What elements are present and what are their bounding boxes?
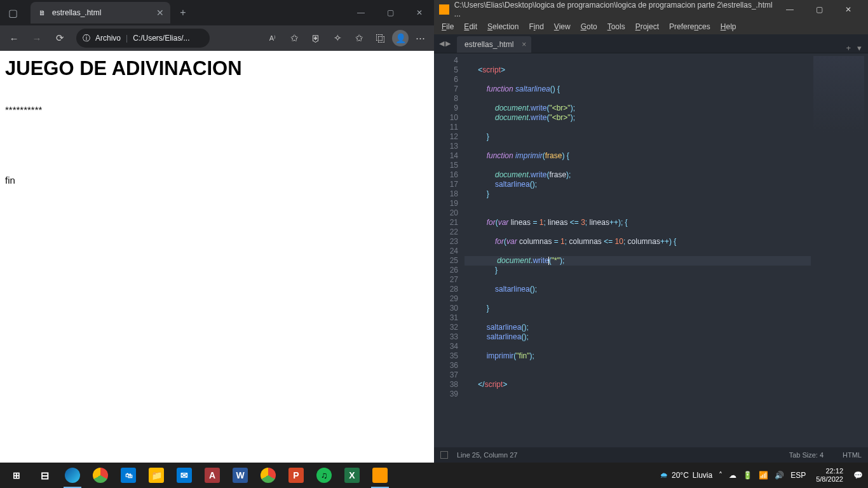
new-file-icon[interactable]: + [846,43,851,53]
maximize-button[interactable]: ▢ [376,0,405,25]
tray-icons: ☁ 🔋 📶 🔊 [729,471,784,480]
browser-tab[interactable]: 🗎 estrellas_.html ✕ [31,2,170,24]
url-bar[interactable]: ⓘ Archivo | C:/Users/Elias/... [76,29,210,48]
minimap[interactable] [811,53,868,447]
fin-output: fin [5,175,429,186]
explorer-icon[interactable]: 📁 [142,463,170,488]
menu-goto[interactable]: Goto [576,22,602,31]
onedrive-icon[interactable]: ☁ [729,471,736,480]
weather-widget[interactable]: 🌧 20°C Lluvia [660,471,712,480]
new-tab-button[interactable]: + [174,4,192,22]
line-gutter: 4567891011121314151617181920212223242526… [434,53,465,447]
task-view-icon[interactable]: ⊟ [31,463,58,488]
menu-help[interactable]: Help [715,22,742,31]
menu-selection[interactable]: Selection [482,22,524,31]
volume-icon[interactable]: 🔊 [775,471,784,480]
editor-menubar: File Edit Selection Find View Goto Tools… [434,19,868,34]
spotify-icon[interactable]: ♫ [310,463,338,488]
reload-button[interactable]: ⟳ [50,28,70,48]
close-window-button[interactable]: ✕ [405,0,434,25]
wifi-icon[interactable]: 📶 [759,471,768,480]
nav-back-icon[interactable]: ◀ [439,39,444,48]
url-scheme: Archivo [95,34,121,43]
menu-tools[interactable]: Tools [602,22,630,31]
page-heading: JUEGO DE ADIVINACION [5,57,429,80]
favorite-icon[interactable]: ✩ [284,28,304,48]
browser-content: JUEGO DE ADIVINACION ********** fin [0,51,434,463]
weather-icon: 🌧 [660,471,668,480]
menu-preferences[interactable]: Preferences [664,22,715,31]
start-button[interactable]: ⊞ [3,463,31,488]
stars-output: ********** [5,104,429,115]
close-tab-icon[interactable]: ✕ [156,8,164,18]
menu-project[interactable]: Project [630,22,664,31]
clock-date: 5/8/2022 [816,475,843,484]
nav-fwd-icon[interactable]: ▶ [445,39,451,48]
browser-toolbar: ← → ⟳ ⓘ Archivo | C:/Users/Elias/... A⁾ … [0,25,434,51]
battery-icon[interactable]: 🔋 [743,471,752,480]
store-icon[interactable]: 🛍 [114,463,142,488]
extensions-icon[interactable]: ✧ [327,28,348,48]
notifications-icon[interactable]: 💬 [853,471,863,480]
editor-tab-label: estrellas_.html [465,40,513,49]
tab-dropdown-icon[interactable]: ▾ [857,43,862,53]
back-button[interactable]: ← [4,28,24,48]
minimize-button[interactable]: ― [346,0,376,25]
clock-time: 22:12 [816,467,843,475]
language-indicator[interactable]: ESP [790,471,806,480]
menu-view[interactable]: View [549,22,576,31]
editor-close[interactable]: ✕ [834,0,863,19]
editor-title: C:\Users\Elias\Desktop\logica de program… [454,1,775,18]
editor-titlebar: C:\Users\Elias\Desktop\logica de program… [434,0,868,19]
tray-chevron-icon[interactable]: ˄ [719,471,722,480]
status-tabsize[interactable]: Tab Size: 4 [789,451,824,459]
editor-statusbar: Line 25, Column 27 Tab Size: 4 HTML [434,447,868,463]
chrome-icon[interactable] [86,463,114,488]
menu-edit[interactable]: Edit [459,22,482,31]
status-position: Line 25, Column 27 [457,451,517,459]
status-language[interactable]: HTML [843,451,862,459]
editor-window: C:\Users\Elias\Desktop\logica de program… [434,0,868,463]
sublime-taskbar-icon[interactable] [366,463,394,488]
word-icon[interactable]: W [226,463,254,488]
weather-desc: Lluvia [693,471,712,480]
file-icon: 🗎 [37,8,47,18]
favorites-bar-icon[interactable]: ✩ [349,28,369,48]
menu-find[interactable]: Find [524,22,548,31]
browser-window: ▢ 🗎 estrellas_.html ✕ + ― ▢ ✕ ← → ⟳ ⓘ Ar… [0,0,434,463]
editor-maximize[interactable]: ▢ [804,0,834,19]
tab-actions-icon[interactable]: ▢ [0,0,25,25]
weather-temp: 20°C [672,471,689,480]
editor-tabs: ◀ ▶ estrellas_.html × + ▾ [434,34,868,53]
status-checkbox[interactable] [440,451,448,459]
clock[interactable]: 22:12 5/8/2022 [812,467,847,484]
url-separator: | [126,34,128,43]
browser-titlebar: ▢ 🗎 estrellas_.html ✕ + ― ▢ ✕ [0,0,434,25]
editor-file-tab[interactable]: estrellas_.html × [457,36,531,53]
shield-icon[interactable]: ⛨ [306,28,326,48]
menu-button[interactable]: ⋯ [410,28,430,48]
code-area[interactable]: <script> function saltarlinea() { docume… [465,53,811,447]
editor-body: 4567891011121314151617181920212223242526… [434,53,868,447]
mail-icon[interactable]: ✉ [170,463,198,488]
profile-avatar[interactable]: 👤 [392,30,409,46]
url-path: C:/Users/Elias/... [133,34,189,43]
tab-title: estrellas_.html [52,8,101,17]
powerpoint-icon[interactable]: P [282,463,310,488]
edge-icon[interactable] [58,463,86,488]
read-aloud-icon[interactable]: A⁾ [262,28,283,48]
info-icon: ⓘ [83,33,90,44]
taskbar: ⊞ ⊟ 🛍 📁 ✉ A W P ♫ X 🌧 20°C Lluvia ˄ ☁ 🔋 … [0,463,868,488]
excel-icon[interactable]: X [338,463,366,488]
menu-file[interactable]: File [437,22,459,31]
collections-icon[interactable]: ⿻ [370,28,391,48]
editor-minimize[interactable]: ― [775,0,804,19]
editor-tab-close-icon[interactable]: × [522,40,526,49]
forward-button[interactable]: → [27,28,47,48]
access-icon[interactable]: A [198,463,226,488]
chrome2-icon[interactable] [254,463,282,488]
sublime-icon [439,4,449,15]
